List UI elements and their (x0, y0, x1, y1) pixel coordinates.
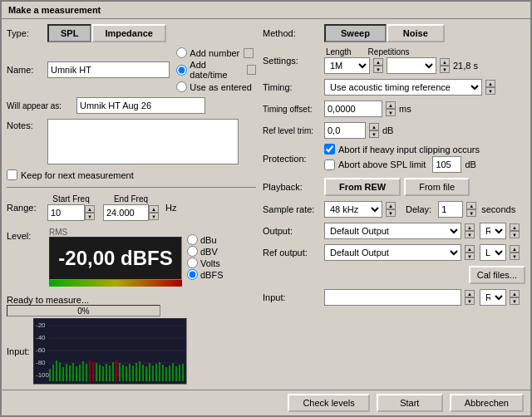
ref-output-ch-down[interactable]: ▼ (510, 253, 520, 260)
output-select[interactable]: Default Output (324, 223, 461, 239)
add-number-label: Add number (190, 48, 239, 58)
noise-button[interactable]: Noise (387, 24, 445, 42)
cal-files-button[interactable]: Cal files... (469, 266, 525, 284)
notes-textarea[interactable] (47, 119, 239, 164)
delay-up[interactable]: ▲ (466, 202, 476, 209)
svg-text:-100: -100 (36, 371, 50, 379)
length-up[interactable]: ▲ (373, 58, 383, 66)
keep-label: Keep for next measurement (21, 170, 134, 180)
svg-rect-35 (132, 365, 134, 381)
start-freq-input[interactable] (47, 204, 85, 221)
length-down[interactable]: ▼ (373, 66, 383, 73)
ref-level-down[interactable]: ▼ (369, 130, 379, 138)
add-datetime-radio[interactable] (176, 65, 187, 76)
svg-rect-49 (179, 365, 180, 381)
name-input[interactable] (47, 61, 170, 78)
abort-heavy-checkbox[interactable] (324, 144, 335, 155)
timing-select[interactable]: Use acoustic timing reference Use fixed … (324, 79, 482, 96)
keep-checkbox[interactable] (7, 169, 17, 180)
input-sel-down[interactable]: ▼ (465, 297, 475, 305)
timing-offset-input[interactable] (324, 101, 382, 117)
end-freq-input[interactable] (103, 204, 149, 221)
ref-output-channel-select[interactable]: L R (480, 244, 506, 261)
output-channel-select[interactable]: R L (480, 223, 506, 239)
input-label-right: Input: (263, 292, 321, 302)
cancel-button[interactable]: Abbrechen (450, 394, 524, 412)
settings-label: Settings: (263, 56, 321, 66)
rep-up[interactable]: ▲ (440, 58, 450, 66)
from-rew-button[interactable]: From REW (324, 178, 401, 196)
check-levels-button[interactable]: Check levels (288, 394, 369, 412)
cal-files-row: Cal files... (263, 266, 525, 284)
spl-button[interactable]: SPL (47, 24, 91, 42)
timing-row: Timing: Use acoustic timing reference Us… (263, 79, 525, 96)
level-label: Level: (7, 228, 44, 241)
input-ch-btns: ▲ ▼ (510, 290, 520, 305)
end-freq-down[interactable]: ▼ (149, 213, 159, 220)
svg-rect-44 (162, 365, 164, 381)
input-ch-down[interactable]: ▼ (510, 297, 520, 305)
from-file-button[interactable]: From file (404, 178, 470, 196)
sweep-button[interactable]: Sweep (324, 24, 387, 42)
start-button[interactable]: Start (377, 394, 443, 412)
timing-up[interactable]: ▲ (485, 80, 495, 87)
ref-output-sel-down[interactable]: ▼ (465, 253, 475, 260)
dbv-radio[interactable] (187, 246, 198, 257)
ref-output-select[interactable]: Default Output (324, 244, 461, 261)
svg-rect-46 (169, 365, 170, 381)
impedance-button[interactable]: Impedance (91, 24, 165, 42)
input-sel-up[interactable]: ▲ (465, 290, 475, 297)
sample-rate-row: Sample rate: 48 kHz 44.1 kHz 96 kHz ▲ ▼ … (263, 201, 525, 218)
ready-label: Ready to measure... (7, 295, 89, 305)
ref-output-sel-up[interactable]: ▲ (465, 245, 475, 253)
input-field[interactable] (324, 289, 461, 306)
length-select[interactable]: 1M 256k 512k (324, 57, 370, 74)
ref-output-ch-up[interactable]: ▲ (510, 245, 520, 253)
sample-rate-select[interactable]: 48 kHz 44.1 kHz 96 kHz (324, 201, 382, 218)
rep-down[interactable]: ▼ (440, 66, 450, 73)
sample-rate-btns: ▲ ▼ (386, 202, 396, 217)
end-freq-up[interactable]: ▲ (149, 205, 159, 213)
type-buttons: SPL Impedance (47, 24, 166, 42)
dbfs-radio[interactable] (187, 269, 198, 280)
timing-down[interactable]: ▼ (485, 87, 495, 95)
protection-label: Protection: (263, 154, 321, 164)
ref-level-up[interactable]: ▲ (369, 123, 379, 130)
add-datetime-row: Add date/time (176, 60, 256, 80)
use-as-entered-radio[interactable] (176, 81, 187, 92)
output-sel-down[interactable]: ▼ (465, 231, 475, 238)
output-ch-up[interactable]: ▲ (510, 223, 520, 231)
playback-row: Playback: From REW From file (263, 178, 525, 196)
spl-limit-input[interactable] (432, 156, 461, 173)
abort-spl-checkbox[interactable] (324, 159, 335, 170)
svg-rect-24 (96, 363, 97, 381)
svg-rect-33 (126, 366, 127, 381)
start-freq-down[interactable]: ▼ (85, 213, 95, 220)
output-sel-up[interactable]: ▲ (465, 223, 475, 231)
timing-offset-down[interactable]: ▼ (386, 109, 396, 116)
add-number-radio[interactable] (176, 47, 187, 58)
dbu-radio[interactable] (187, 234, 198, 245)
volts-radio[interactable] (187, 258, 198, 268)
output-ch-down[interactable]: ▼ (510, 231, 520, 238)
start-freq-up[interactable]: ▲ (85, 205, 95, 213)
delay-input[interactable] (438, 201, 463, 218)
svg-rect-36 (135, 363, 137, 381)
ref-output-ch-btns: ▲ ▼ (510, 245, 520, 260)
svg-rect-25 (99, 365, 101, 381)
repetitions-select[interactable] (387, 57, 436, 74)
ref-level-input[interactable] (324, 122, 366, 139)
sample-rate-up[interactable]: ▲ (386, 202, 396, 209)
timing-offset-up[interactable]: ▲ (386, 101, 396, 109)
delay-down[interactable]: ▼ (466, 209, 476, 217)
output-ch-btns: ▲ ▼ (510, 223, 520, 238)
input-ch-up[interactable]: ▲ (510, 290, 520, 297)
svg-rect-39 (145, 366, 147, 381)
dbv-label: dBV (200, 247, 218, 257)
length-spinner-btns: ▲ ▼ (373, 58, 383, 73)
appear-input[interactable] (76, 97, 205, 114)
sample-rate-down[interactable]: ▼ (386, 209, 396, 217)
abort-heavy-label: Abort if heavy input clipping occurs (338, 145, 480, 155)
input-channel-select[interactable]: R L (480, 289, 506, 306)
svg-text:-60: -60 (36, 346, 46, 354)
